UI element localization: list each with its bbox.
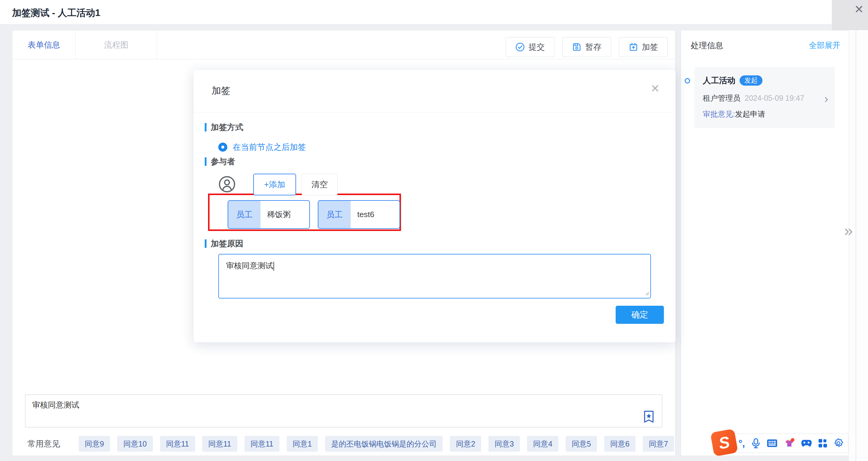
page-title: 加签测试 - 人工活动1 [12, 7, 100, 19]
opinion-chip[interactable]: 同意11 [160, 436, 195, 452]
confirm-button[interactable]: 确定 [616, 306, 664, 324]
skin-tshirt-icon[interactable] [784, 438, 795, 448]
countersign-modal: 加签 ✕ 加签方式 在当前节点之后加签 参与者 +添加 清空 [193, 70, 676, 342]
participant-type: 员工 [318, 201, 351, 228]
toolbar-actions: 提交 暂存 加签 [506, 37, 668, 57]
text-cursor [274, 262, 274, 271]
modal-divider [193, 112, 675, 113]
section-participants: 参与者 [205, 156, 235, 167]
participant-name: test6 [351, 201, 400, 228]
bookmark-star-icon[interactable] [643, 410, 655, 425]
opinion-value: 发起申请 [735, 110, 765, 118]
settings-flower-icon[interactable] [834, 438, 843, 448]
opinion-chip[interactable]: 同意5 [566, 436, 597, 452]
radio-label: 在当前节点之后加签 [233, 142, 306, 153]
process-info-panel: 处理信息 全部展开 人工活动 发起 租户管理员 2024-05-09 19:47… [681, 30, 849, 456]
countersign-label: 加签 [642, 41, 658, 53]
comment-textarea[interactable]: 审核同意测试 [25, 394, 662, 428]
opinion-chip[interactable]: 是的丕电饭锅电饭锅是的分公司 [325, 436, 443, 452]
tab-flowchart[interactable]: 流程图 [76, 30, 157, 59]
game-controller-icon[interactable] [801, 439, 812, 447]
opinion-chip[interactable]: 同意4 [527, 436, 558, 452]
participant-tag[interactable]: 员工 test6 [318, 200, 400, 229]
toolbox-grid-icon[interactable] [818, 439, 827, 448]
process-panel-title: 处理信息 [691, 40, 723, 51]
opinion-chip[interactable]: 同意6 [604, 436, 636, 452]
node-timestamp: 2024-05-09 19:47 [745, 94, 804, 102]
double-chevron-right-icon[interactable]: » [844, 222, 851, 240]
common-opinions-row: 常用意见 同意9 同意10 同意11 同意11 同意11 同意1 是的丕电饭锅电… [27, 436, 666, 452]
opinion-chip[interactable]: 同意3 [489, 436, 520, 452]
reason-textarea[interactable]: 审核同意测试 [218, 254, 651, 299]
radio-selected-icon[interactable] [218, 143, 227, 152]
process-node-card[interactable]: 人工活动 发起 租户管理员 2024-05-09 19:47 › 审批意见:发起… [694, 67, 835, 128]
close-icon[interactable]: ✕ [854, 4, 864, 15]
window-close-button[interactable]: ✕ [832, 0, 868, 30]
common-opinions-label: 常用意见 [27, 438, 60, 449]
countersign-button[interactable]: 加签 [619, 37, 668, 57]
expand-all-link[interactable]: 全部展开 [809, 40, 840, 51]
opinion-chip[interactable]: 同意7 [643, 436, 674, 452]
stash-label: 暂存 [585, 41, 601, 53]
app-window: 加签测试 - 人工活动1 ✕ » 表单信息 流程图 提交 [0, 0, 868, 461]
punctuation-icon[interactable]: °, [738, 438, 745, 448]
opinion-chip[interactable]: 同意1 [287, 436, 318, 452]
stash-button[interactable]: 暂存 [562, 37, 611, 57]
opinion-chip[interactable]: 同意11 [202, 436, 237, 452]
node-status-badge: 发起 [740, 75, 763, 86]
node-operator: 租户管理员 [703, 93, 741, 103]
node-opinion-row: 审批意见:发起申请 [703, 109, 827, 119]
keyboard-icon[interactable] [767, 439, 778, 448]
opinion-chip[interactable]: 同意11 [245, 436, 279, 452]
section-participants-label: 参与者 [211, 156, 235, 167]
modal-close-icon[interactable]: ✕ [651, 83, 660, 94]
sogou-logo[interactable]: S [710, 429, 738, 457]
panel-divider [856, 30, 856, 461]
section-bar [205, 239, 207, 248]
opinion-chips: 同意9 同意10 同意11 同意11 同意11 同意1 是的丕电饭锅电饭锅是的分… [79, 436, 709, 452]
form-panel: 表单信息 流程图 提交 暂存 [12, 30, 675, 456]
section-method: 加签方式 [205, 122, 243, 133]
section-bar [205, 123, 207, 131]
section-reason: 加签原因 [205, 238, 243, 249]
timeline-dot [685, 78, 690, 84]
participant-type: 员工 [228, 201, 260, 228]
tab-bar: 表单信息 流程图 提交 暂存 [12, 30, 675, 59]
reason-value: 审核同意测试 [226, 260, 274, 271]
node-header-row: 人工活动 发起 [703, 75, 827, 86]
node-operator-row: 租户管理员 2024-05-09 19:47 [703, 93, 827, 103]
add-participant-button[interactable]: +添加 [253, 174, 296, 195]
opinion-chip[interactable]: 同意10 [117, 436, 153, 452]
mic-icon[interactable] [751, 438, 761, 448]
method-radio-option[interactable]: 在当前节点之后加签 [218, 142, 306, 153]
participant-tag[interactable]: 员工 稀饭粥 [228, 200, 310, 229]
save-icon [572, 42, 582, 52]
section-bar [205, 157, 207, 166]
node-name: 人工活动 [703, 75, 735, 86]
submit-button[interactable]: 提交 [506, 37, 554, 57]
tab-form-info[interactable]: 表单信息 [12, 30, 76, 59]
check-circle-icon [515, 42, 525, 52]
clear-participants-button[interactable]: 清空 [302, 174, 338, 195]
chevron-right-icon[interactable]: › [824, 93, 828, 104]
ime-toolbar: 中 °, [732, 434, 848, 453]
window-header: 加签测试 - 人工活动1 ✕ [0, 0, 868, 24]
textarea-resize-icon[interactable] [644, 290, 649, 297]
calendar-plus-icon [629, 42, 638, 52]
right-gutter [849, 30, 868, 461]
participant-name: 稀饭粥 [260, 201, 309, 228]
person-icon [218, 176, 236, 194]
opinion-label: 审批意见: [703, 110, 735, 118]
section-reason-label: 加签原因 [211, 238, 243, 249]
submit-label: 提交 [529, 41, 545, 53]
opinion-chip[interactable]: 同意2 [450, 436, 481, 452]
comment-value: 审核同意测试 [32, 400, 79, 410]
modal-title: 加签 [212, 85, 230, 97]
section-method-label: 加签方式 [211, 122, 243, 133]
opinion-chip[interactable]: 同意9 [79, 436, 110, 452]
